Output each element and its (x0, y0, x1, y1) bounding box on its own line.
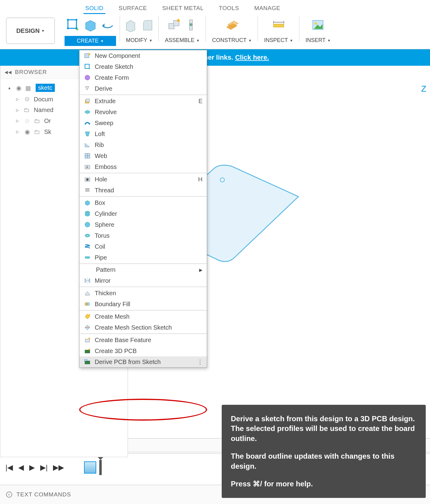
expand-icon[interactable]: ▷ (16, 119, 20, 123)
ribbon-group-modify: MODIFY ▼ (120, 12, 159, 49)
menu-item-pipe[interactable]: Pipe (79, 252, 207, 263)
menu-item-torus[interactable]: Torus (79, 230, 207, 241)
tab-surface[interactable]: SURFACE (119, 5, 147, 12)
menu-item-extrude[interactable]: ExtrudeE (79, 96, 207, 107)
expand-icon[interactable]: ▷ (16, 108, 20, 112)
menu-item-hole[interactable]: HoleH (79, 174, 207, 185)
tab-manage[interactable]: MANAGE (254, 5, 280, 12)
revolve-icon (84, 108, 91, 116)
expand-icon[interactable]: + (6, 492, 12, 498)
create-sketch-icon[interactable]: + (66, 18, 80, 32)
expand-icon[interactable]: ▷ (16, 130, 20, 134)
svg-text:★: ★ (88, 348, 91, 351)
menu-item-create-mesh-section-sketch[interactable]: Create Mesh Section Sketch (79, 322, 207, 333)
menu-item-create-base-feature[interactable]: ★Create Base Feature (79, 334, 207, 345)
menu-item-create-sketch[interactable]: +Create Sketch (79, 61, 207, 72)
timeline-end[interactable]: ▶▶ (53, 463, 64, 472)
svg-point-13 (189, 23, 192, 26)
revolve-icon[interactable] (100, 18, 114, 32)
menu-item-label: Coil (95, 243, 105, 250)
timeline-sketch-feature[interactable] (84, 461, 96, 474)
svg-rect-9 (169, 23, 174, 29)
menu-item-label: Revolve (95, 109, 117, 116)
menu-item-sphere[interactable]: Sphere (79, 219, 207, 230)
menu-item-sweep[interactable]: Sweep (79, 117, 207, 128)
tab-tools[interactable]: TOOLS (219, 5, 239, 12)
timeline-handle[interactable] (99, 460, 102, 475)
visibility-icon[interactable]: ◉ (23, 128, 31, 135)
construct-dropdown[interactable]: CONSTRUCT ▼ (210, 36, 254, 45)
timeline-start[interactable]: |◀ (5, 463, 13, 472)
joint-icon[interactable] (184, 18, 198, 32)
svg-point-40 (86, 178, 89, 181)
tab-sheetmetal[interactable]: SHEET METAL (162, 5, 204, 12)
menu-item-box[interactable]: Box (79, 197, 207, 208)
menu-item-loft[interactable]: Loft (79, 128, 207, 139)
derive-icon (84, 85, 91, 92)
banner-link[interactable]: Click here. (235, 54, 269, 61)
menu-item-label: Box (95, 199, 105, 206)
menu-item-label: Mirror (95, 277, 111, 284)
create-box-icon[interactable] (83, 18, 97, 32)
modify-dropdown[interactable]: MODIFY ▼ (124, 36, 155, 45)
pcb3d-icon: ★ (84, 347, 91, 355)
menu-shortcut: E (199, 98, 203, 105)
visibility-icon[interactable]: ◉ (15, 84, 22, 92)
expand-icon[interactable]: ▷ (16, 97, 20, 101)
menu-item-coil[interactable]: Coil (79, 241, 207, 252)
measure-icon[interactable] (272, 18, 286, 32)
assemble-icon[interactable]: ★ (167, 18, 181, 32)
timeline-prev[interactable]: ◀ (18, 463, 24, 472)
design-workspace-button[interactable]: DESIGN ▼ (6, 18, 55, 44)
menu-item-web[interactable]: Web (79, 150, 207, 161)
timeline-next[interactable]: ▶| (40, 463, 48, 472)
menu-item-label: Cylinder (95, 210, 117, 217)
menu-item-create-mesh[interactable]: ★Create Mesh (79, 311, 207, 322)
menu-item-emboss[interactable]: AEmboss (79, 161, 207, 172)
gear-icon[interactable]: ⚙ (23, 96, 31, 103)
box-icon (84, 199, 91, 206)
menu-item-label: Rib (95, 142, 104, 149)
svg-point-28 (85, 75, 90, 80)
menu-item-create-form[interactable]: Create Form (79, 72, 207, 83)
menu-item-label: Hole (95, 176, 107, 183)
tab-solid[interactable]: SOLID (85, 5, 104, 12)
presspull-icon[interactable] (124, 18, 138, 32)
menu-item-mirror[interactable]: Mirror (79, 275, 207, 286)
menu-item-create-3d-pcb[interactable]: ★Create 3D PCB (79, 345, 207, 356)
svg-point-2 (76, 19, 77, 21)
menu-item-pattern[interactable]: Pattern▶ (79, 264, 207, 275)
coil-icon (84, 243, 91, 250)
svg-point-1 (67, 19, 69, 21)
menu-item-cylinder[interactable]: Cylinder (79, 208, 207, 219)
insert-image-icon[interactable] (311, 18, 325, 32)
create-dropdown[interactable]: CREATE ▼ (65, 36, 116, 46)
assemble-dropdown[interactable]: ASSEMBLE ▼ (162, 36, 202, 45)
menu-item-label: Create 3D PCB (95, 348, 137, 355)
inspect-dropdown[interactable]: INSPECT ▼ (262, 36, 295, 45)
timeline-play[interactable]: ▶ (29, 463, 35, 472)
svg-text:★: ★ (176, 18, 180, 23)
sweep-icon (84, 119, 91, 127)
menu-item-thicken[interactable]: Thicken (79, 288, 207, 299)
menu-item-revolve[interactable]: Revolve (79, 107, 207, 117)
menu-item-thread[interactable]: Thread (79, 185, 207, 196)
expand-icon[interactable]: ▲ (8, 86, 12, 90)
cylinder-icon (84, 210, 91, 217)
svg-marker-6 (86, 20, 95, 31)
collapse-icon: ◀◀ (5, 70, 12, 75)
menu-separator (79, 196, 207, 197)
fillet-icon[interactable] (141, 18, 155, 32)
menu-item-derive-pcb-from-sketch[interactable]: Derive PCB from Sketch⋮ (79, 356, 207, 367)
design-label: DESIGN (16, 27, 40, 34)
svg-marker-44 (85, 201, 90, 205)
menu-item-rib[interactable]: Rib (79, 139, 207, 150)
svg-marker-52 (85, 278, 87, 283)
menu-item-boundary-fill[interactable]: Boundary Fill (79, 299, 207, 310)
more-options-icon[interactable]: ⋮ (197, 358, 203, 366)
menu-item-derive[interactable]: Derive (79, 83, 207, 94)
visibility-off-icon[interactable]: ⊘ (23, 117, 31, 124)
construct-plane-icon[interactable] (225, 18, 239, 32)
menu-item-new-component[interactable]: ★New Component (79, 50, 207, 61)
insert-dropdown[interactable]: INSERT ▼ (303, 36, 333, 45)
